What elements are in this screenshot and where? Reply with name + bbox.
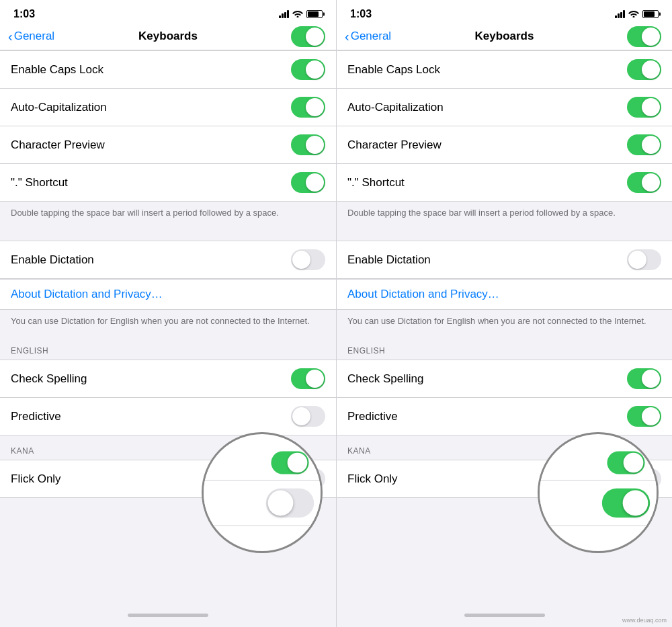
dictation-link-right[interactable]: About Dictation and Privacy…: [337, 279, 672, 310]
english-group-left: Check Spelling Predictive: [0, 360, 336, 435]
char-preview-row-right: Character Preview: [337, 126, 672, 164]
shortcut-row-left: "." Shortcut: [0, 164, 336, 201]
enable-caps-lock-toggle-left[interactable]: [291, 59, 325, 80]
shortcut-info-right: Double tapping the space bar will insert…: [337, 202, 672, 227]
enable-caps-lock-row-right: Enable Caps Lock: [337, 51, 672, 89]
predictive-row-left: Predictive: [0, 398, 336, 435]
enable-caps-lock-row-left: Enable Caps Lock: [0, 51, 336, 89]
status-icons-left: [279, 9, 323, 19]
battery-icon-right: [642, 10, 659, 18]
left-phone-panel: 1:03 ‹ General Keyboards: [0, 0, 336, 627]
home-indicator-left: [0, 607, 336, 627]
watermark: www.deuaq.com: [622, 617, 667, 624]
back-button-right[interactable]: ‹ General: [345, 30, 391, 43]
nav-toggle-right[interactable]: [627, 26, 661, 47]
dictation-info-left: You can use Dictation for English when y…: [0, 310, 336, 335]
back-chevron-icon: ‹: [8, 30, 13, 43]
auto-cap-label-right: Auto-Capitalization: [347, 101, 444, 114]
dictation-group-right: Enable Dictation: [337, 241, 672, 279]
char-preview-label-left: Character Preview: [11, 138, 105, 152]
shortcut-toggle-left[interactable]: [291, 172, 325, 193]
flick-only-label-left: Flick Only: [11, 472, 61, 486]
status-time-right: 1:03: [350, 8, 372, 20]
auto-cap-toggle-right[interactable]: [627, 97, 661, 118]
status-bar-left: 1:03: [0, 0, 336, 24]
back-label-left: General: [14, 30, 54, 43]
status-bar-right: 1:03: [337, 0, 672, 24]
dictation-label-left: Enable Dictation: [11, 253, 94, 267]
auto-cap-toggle-left[interactable]: [291, 97, 325, 118]
magnify-circle-right: [538, 432, 659, 553]
shortcut-info-left: Double tapping the space bar will insert…: [0, 202, 336, 227]
dictation-row-left: Enable Dictation: [0, 241, 336, 278]
page-title-right: Keyboards: [475, 30, 534, 43]
check-spelling-toggle-right[interactable]: [627, 368, 661, 389]
shortcut-label-right: "." Shortcut: [347, 176, 405, 190]
nav-bar-right: ‹ General Keyboards: [337, 24, 672, 50]
english-header-left: ENGLISH: [0, 335, 336, 360]
magnify-main-toggle-right: [602, 489, 650, 517]
status-icons-right: [615, 9, 659, 19]
status-time-left: 1:03: [13, 8, 35, 20]
shortcut-row-right: "." Shortcut: [337, 164, 672, 201]
predictive-label-right: Predictive: [347, 410, 398, 423]
home-bar-right: [464, 614, 545, 617]
main-settings-group-right: Enable Caps Lock Auto-Capitalization Cha…: [337, 50, 672, 202]
page-title-left: Keyboards: [138, 30, 198, 43]
predictive-row-right: Predictive: [337, 398, 672, 435]
home-bar-left: [128, 614, 208, 617]
nav-bar-left: ‹ General Keyboards: [0, 24, 336, 50]
dictation-toggle-left[interactable]: [291, 249, 325, 270]
enable-caps-lock-label-right: Enable Caps Lock: [347, 63, 440, 77]
flick-only-label-right: Flick Only: [347, 472, 398, 486]
predictive-label-left: Predictive: [11, 410, 61, 423]
magnify-circle-left: [202, 432, 323, 553]
magnify-main-toggle-left: [266, 489, 314, 517]
nav-toggle-left[interactable]: [291, 26, 325, 47]
char-preview-toggle-left[interactable]: [291, 134, 325, 155]
wifi-icon-right: [628, 9, 639, 19]
enable-caps-lock-label-left: Enable Caps Lock: [11, 63, 103, 77]
predictive-toggle-right[interactable]: [627, 406, 661, 427]
check-spelling-row-right: Check Spelling: [337, 360, 672, 398]
check-spelling-row-left: Check Spelling: [0, 360, 336, 398]
signal-icon-right: [615, 10, 625, 18]
check-spelling-label-right: Check Spelling: [347, 372, 423, 386]
english-header-right: ENGLISH: [337, 335, 672, 360]
enable-caps-lock-toggle-right[interactable]: [627, 59, 661, 80]
dictation-row-right: Enable Dictation: [337, 241, 672, 278]
dictation-toggle-right[interactable]: [627, 249, 661, 270]
dictation-info-right: You can use Dictation for English when y…: [337, 310, 672, 335]
char-preview-row-left: Character Preview: [0, 126, 336, 164]
wifi-icon: [292, 9, 303, 19]
back-chevron-icon-right: ‹: [345, 30, 349, 43]
predictive-toggle-left[interactable]: [291, 406, 325, 427]
dictation-group-left: Enable Dictation: [0, 241, 336, 279]
back-button-left[interactable]: ‹ General: [8, 30, 54, 43]
char-preview-label-right: Character Preview: [347, 138, 442, 152]
auto-cap-row-left: Auto-Capitalization: [0, 89, 336, 126]
char-preview-toggle-right[interactable]: [627, 134, 661, 155]
nav-right-toggle-left: [291, 26, 325, 47]
dictation-label-right: Enable Dictation: [347, 253, 431, 267]
main-settings-group-left: Enable Caps Lock Auto-Capitalization Cha…: [0, 50, 336, 202]
signal-icon: [279, 10, 289, 18]
nav-right-toggle-right: [627, 26, 661, 47]
magnify-top-toggle-left: [271, 451, 308, 474]
battery-icon: [306, 10, 323, 18]
shortcut-label-left: "." Shortcut: [11, 176, 68, 190]
dictation-link-left[interactable]: About Dictation and Privacy…: [0, 279, 336, 310]
back-label-right: General: [351, 30, 391, 43]
english-group-right: Check Spelling Predictive: [337, 360, 672, 435]
auto-cap-row-right: Auto-Capitalization: [337, 89, 672, 126]
check-spelling-label-left: Check Spelling: [11, 372, 87, 386]
magnify-top-toggle-right: [607, 451, 644, 474]
check-spelling-toggle-left[interactable]: [291, 368, 325, 389]
right-phone-panel: 1:03 ‹ General Keyboards: [336, 0, 672, 627]
auto-cap-label-left: Auto-Capitalization: [11, 101, 107, 114]
shortcut-toggle-right[interactable]: [627, 172, 661, 193]
